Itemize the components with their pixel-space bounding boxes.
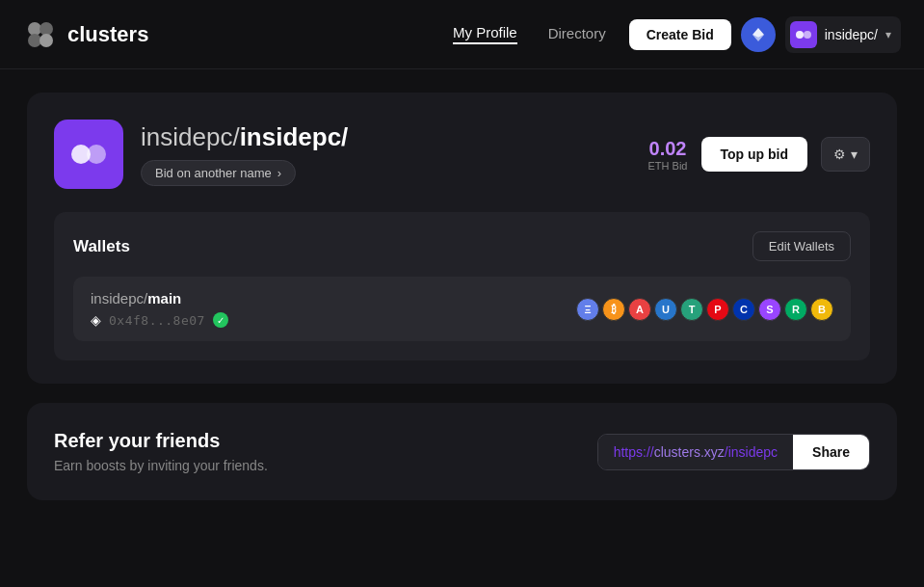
eth-small-icon: ◈ xyxy=(91,312,101,328)
wallet-address-row: ◈ 0x4f8...8e07 ✓ xyxy=(91,312,228,328)
svg-point-3 xyxy=(40,34,53,47)
token-icon: T xyxy=(680,298,703,321)
token-icon: B xyxy=(810,298,833,321)
logo-area: clusters xyxy=(23,17,148,52)
profile-card: insidepc/insidepc/ Bid on another name ›… xyxy=(27,93,897,384)
svg-point-2 xyxy=(28,34,41,47)
token-icon: P xyxy=(706,298,729,321)
main-content: insidepc/insidepc/ Bid on another name ›… xyxy=(0,69,924,523)
refer-title: Refer your friends xyxy=(54,430,268,452)
nav-right: Create Bid insidepc/ ▾ xyxy=(629,16,901,53)
user-avatar xyxy=(790,21,817,48)
verified-icon: ✓ xyxy=(213,312,228,328)
create-bid-button[interactable]: Create Bid xyxy=(629,19,731,50)
bid-on-another-name-button[interactable]: Bid on another name › xyxy=(141,160,296,186)
wallets-title: Wallets xyxy=(73,237,130,256)
edit-wallets-button[interactable]: Edit Wallets xyxy=(752,231,851,261)
eth-bid-display: 0.02 ETH Bid xyxy=(648,138,688,172)
gear-icon: ⚙ xyxy=(833,147,846,162)
svg-point-0 xyxy=(28,22,41,36)
svg-point-1 xyxy=(40,22,53,36)
arrow-right-icon: › xyxy=(277,166,281,180)
svg-point-9 xyxy=(87,145,106,164)
top-up-bid-button[interactable]: Top up bid xyxy=(701,137,808,172)
profile-top: insidepc/insidepc/ Bid on another name ›… xyxy=(54,120,870,189)
refer-url: https://clusters.xyz/insidepc xyxy=(598,435,793,469)
wallet-name: insidepc/main xyxy=(91,290,228,307)
nav-directory[interactable]: Directory xyxy=(548,25,606,43)
eth-bid-value: 0.02 xyxy=(648,138,688,160)
user-menu[interactable]: insidepc/ ▾ xyxy=(785,16,901,53)
settings-chevron-icon: ▾ xyxy=(851,147,858,162)
profile-username-main: insidepc/ xyxy=(240,122,349,151)
refer-url-prefix: https:// xyxy=(614,444,654,460)
token-icon: U xyxy=(654,298,677,321)
refer-card: Refer your friends Earn boosts by inviti… xyxy=(27,403,897,500)
share-button[interactable]: Share xyxy=(793,435,869,469)
token-icon: ₿ xyxy=(602,298,625,321)
wallet-name-main: main xyxy=(147,290,181,307)
eth-bid-label: ETH Bid xyxy=(648,160,688,172)
token-icon: A xyxy=(628,298,651,321)
refer-url-suffix: /insidepc xyxy=(725,444,778,460)
refer-link-area: https://clusters.xyz/insidepc Share xyxy=(597,434,870,470)
logo-icon xyxy=(23,17,58,52)
nav-my-profile[interactable]: My Profile xyxy=(453,24,517,44)
refer-text: Refer your friends Earn boosts by inviti… xyxy=(54,430,268,473)
token-icon: Ξ xyxy=(576,298,599,321)
user-name-label: insidepc/ xyxy=(825,27,878,42)
wallets-header: Wallets Edit Wallets xyxy=(73,231,851,261)
nav-links: My Profile Directory xyxy=(453,24,606,44)
token-icon: R xyxy=(784,298,807,321)
token-icon: C xyxy=(732,298,755,321)
refer-subtitle: Earn boosts by inviting your friends. xyxy=(54,458,268,473)
wallet-address: 0x4f8...8e07 xyxy=(109,313,205,328)
token-icons: Ξ₿AUTPCSRB xyxy=(576,298,833,321)
refer-url-brand: clusters.xyz xyxy=(654,444,725,460)
token-icon: S xyxy=(758,298,781,321)
chevron-down-icon: ▾ xyxy=(885,28,891,41)
profile-username: insidepc/insidepc/ xyxy=(141,122,631,152)
wallet-row: insidepc/main ◈ 0x4f8...8e07 ✓ Ξ₿AUTPCSR… xyxy=(73,277,851,341)
wallet-info: insidepc/main ◈ 0x4f8...8e07 ✓ xyxy=(91,290,228,328)
profile-avatar xyxy=(54,120,123,189)
eth-network-badge xyxy=(741,17,776,52)
navbar: clusters My Profile Directory Create Bid… xyxy=(0,0,924,69)
logo-text: clusters xyxy=(67,22,148,47)
wallets-section: Wallets Edit Wallets insidepc/main ◈ 0x4… xyxy=(54,212,870,360)
svg-point-7 xyxy=(804,31,811,39)
profile-actions: 0.02 ETH Bid Top up bid ⚙ ▾ xyxy=(648,137,870,172)
svg-point-6 xyxy=(796,31,804,39)
profile-info: insidepc/insidepc/ Bid on another name › xyxy=(141,122,631,186)
settings-button[interactable]: ⚙ ▾ xyxy=(821,137,870,172)
